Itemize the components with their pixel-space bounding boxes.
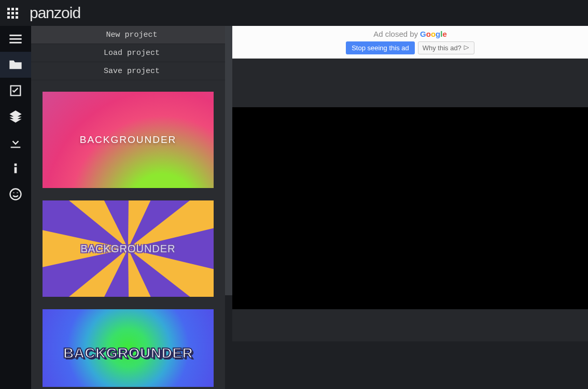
download-icon[interactable] — [0, 129, 31, 155]
folder-icon[interactable] — [0, 52, 31, 78]
menu-icon[interactable] — [0, 26, 31, 52]
template-list: BACKGROUNDER BACKGROUNDER BACKGROUNDER — [31, 80, 232, 389]
ad-choices-icon — [464, 45, 470, 50]
left-rail — [0, 26, 31, 389]
panel-scrollbar[interactable] — [225, 26, 232, 389]
checkbox-icon[interactable] — [0, 78, 31, 104]
why-this-ad-button[interactable]: Why this ad? — [418, 41, 474, 54]
template-label: BACKGROUNDER — [80, 243, 175, 255]
brand-logo[interactable]: panzoid — [30, 4, 80, 22]
project-panel: New project Load project Save project BA… — [31, 26, 232, 389]
smile-icon[interactable] — [0, 181, 31, 207]
template-card[interactable]: BACKGROUNDER — [43, 92, 214, 188]
ad-banner: Ad closed by Google Stop seeing this ad … — [232, 26, 588, 59]
template-label: BACKGROUNDER — [80, 134, 177, 146]
main-area: Ad closed by Google Stop seeing this ad … — [232, 26, 588, 389]
scrollbar-thumb[interactable] — [225, 26, 232, 295]
svg-rect-0 — [9, 35, 21, 36]
load-project-button[interactable]: Load project — [31, 44, 232, 62]
top-bar: panzoid — [0, 0, 588, 26]
template-label: BACKGROUNDER — [63, 345, 193, 362]
ad-closed-text: Ad closed by Google — [373, 30, 447, 38]
svg-rect-2 — [9, 42, 21, 44]
stop-seeing-ad-button[interactable]: Stop seeing this ad — [346, 41, 415, 54]
info-icon[interactable] — [0, 155, 31, 181]
spacer — [232, 59, 588, 107]
layers-icon[interactable] — [0, 104, 31, 129]
svg-rect-1 — [9, 38, 21, 40]
save-project-button[interactable]: Save project — [31, 62, 232, 80]
spacer — [232, 309, 588, 341]
template-card[interactable]: BACKGROUNDER — [43, 309, 214, 387]
svg-point-5 — [10, 189, 21, 200]
new-project-button[interactable]: New project — [31, 26, 232, 44]
svg-rect-3 — [15, 164, 17, 166]
timeline-area[interactable] — [232, 341, 588, 389]
svg-rect-4 — [15, 167, 17, 174]
apps-grid-icon[interactable] — [7, 8, 18, 19]
preview-viewport[interactable] — [232, 107, 588, 309]
template-card[interactable]: BACKGROUNDER — [43, 200, 214, 297]
google-logo: Google — [420, 30, 447, 38]
why-this-ad-label: Why this ad? — [423, 44, 461, 52]
